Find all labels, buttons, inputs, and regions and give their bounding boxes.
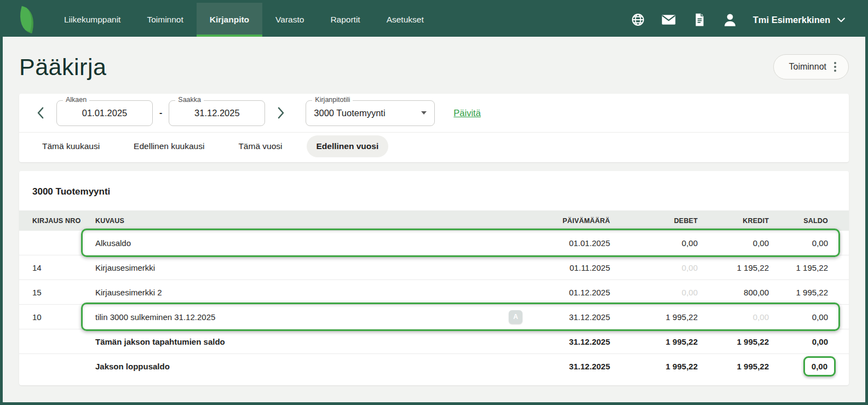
actions-button[interactable]: Toiminnot bbox=[773, 54, 849, 79]
cell-debit: 0,00 bbox=[610, 238, 698, 248]
cell-balance: 0,00 bbox=[769, 337, 828, 346]
col-credit: KREDIT bbox=[698, 217, 769, 225]
description-text: Alkusaldo bbox=[95, 238, 131, 248]
nav-item-raportit[interactable]: Raportit bbox=[317, 3, 373, 37]
next-period-button[interactable] bbox=[273, 105, 289, 121]
date-from-value: 01.01.2025 bbox=[82, 108, 128, 118]
table-body: Alkusaldo01.01.20250,000,000,0014Kirjaus… bbox=[19, 231, 849, 379]
cell-date: 01.12.2025 bbox=[528, 288, 610, 297]
actions-button-label: Toiminnot bbox=[789, 62, 826, 72]
date-from-label: Alkaen bbox=[63, 96, 89, 104]
cell-credit: 0,00 bbox=[698, 238, 769, 248]
cell-description: tilin 3000 sulkeminen 31.12.2025A bbox=[95, 310, 528, 324]
quick-filter-t-m-vuosi[interactable]: Tämä vuosi bbox=[228, 135, 292, 157]
table-row: Alkusaldo01.01.20250,000,000,00 bbox=[19, 231, 849, 255]
col-date: PÄIVÄMÄÄRÄ bbox=[528, 217, 610, 225]
cell-debit: 0,00 bbox=[610, 263, 698, 272]
balance-value: 0,00 bbox=[812, 337, 828, 346]
table-row[interactable]: 10tilin 3000 sulkeminen 31.12.2025A31.12… bbox=[19, 305, 849, 329]
cell-debit: 1 995,22 bbox=[610, 312, 698, 322]
cell-balance: 0,00 bbox=[769, 312, 828, 322]
cell-date: 31.12.2025 bbox=[528, 337, 610, 346]
previous-period-button[interactable] bbox=[32, 105, 49, 121]
date-to-value: 31.12.2025 bbox=[194, 108, 240, 118]
leaf-icon bbox=[16, 6, 38, 33]
account-select[interactable]: Kirjanpitotili 3000 Tuotemyynti bbox=[306, 100, 435, 126]
cell-date: 31.12.2025 bbox=[528, 362, 610, 371]
cell-debit: 1 995,22 bbox=[610, 362, 698, 371]
cell-description: Kirjausesimerkki bbox=[95, 263, 528, 272]
ledger-account-title: 3000 Tuotemyynti bbox=[19, 171, 849, 210]
cell-date: 01.01.2025 bbox=[528, 238, 610, 248]
nav-item-varasto[interactable]: Varasto bbox=[262, 3, 317, 37]
col-entry-number: KIRJAUS NRO bbox=[32, 217, 95, 225]
cell-description: Alkusaldo bbox=[95, 238, 528, 248]
nav-item-asetukset[interactable]: Asetukset bbox=[373, 3, 437, 37]
cell-balance: 0,00 bbox=[769, 238, 828, 248]
account-menu[interactable]: Tmi Esimerkkinen bbox=[753, 14, 847, 25]
balance-value: 1 995,22 bbox=[796, 288, 828, 297]
quick-filter-edellinen-vuosi[interactable]: Edellinen vuosi bbox=[307, 135, 389, 157]
table-row[interactable]: 14Kirjausesimerkki01.11.20250,001 195,22… bbox=[19, 255, 849, 280]
app-window: LiikekumppanitToiminnotKirjanpitoVarasto… bbox=[0, 0, 868, 405]
table-row: Jakson loppusaldo31.12.20251 995,221 995… bbox=[19, 354, 849, 379]
page-header: Pääkirja Toiminnot bbox=[19, 51, 849, 83]
app-logo[interactable] bbox=[3, 3, 51, 37]
cell-entry-number: 14 bbox=[32, 263, 95, 272]
date-from-field[interactable]: Alkaen 01.01.2025 bbox=[56, 100, 153, 126]
cell-date: 01.11.2025 bbox=[528, 263, 610, 272]
document-icon[interactable] bbox=[692, 12, 707, 27]
cell-credit: 0,00 bbox=[698, 312, 769, 322]
balance-value: 0,00 bbox=[812, 238, 828, 248]
update-link[interactable]: Päivitä bbox=[453, 108, 481, 118]
account-select-label: Kirjanpitotili bbox=[312, 96, 353, 104]
nav-item-kirjanpito[interactable]: Kirjanpito bbox=[197, 3, 262, 37]
quick-filter-t-m-kuukausi[interactable]: Tämä kuukausi bbox=[32, 135, 110, 157]
user-icon[interactable] bbox=[722, 12, 738, 27]
table-row: Tämän jakson tapahtumien saldo31.12.2025… bbox=[19, 329, 849, 354]
cell-balance: 1 995,22 bbox=[769, 288, 828, 297]
filter-panel: Alkaen 01.01.2025 - Saakka 31.12.2025 Ki… bbox=[19, 94, 849, 162]
cell-date: 31.12.2025 bbox=[528, 312, 610, 322]
kebab-menu-icon bbox=[834, 62, 836, 72]
description-text: Kirjausesimerkki 2 bbox=[95, 288, 162, 297]
description-text: Kirjausesimerkki bbox=[95, 263, 155, 272]
main-menu: LiikekumppanitToiminnotKirjanpitoVarasto… bbox=[51, 3, 437, 37]
globe-icon[interactable] bbox=[630, 12, 646, 27]
description-text: tilin 3000 sulkeminen 31.12.2025 bbox=[95, 312, 215, 322]
col-debit: DEBET bbox=[610, 217, 698, 225]
cell-description: Jakson loppusaldo bbox=[95, 362, 528, 371]
cell-description: Tämän jakson tapahtumien saldo bbox=[95, 337, 528, 346]
date-range-separator: - bbox=[159, 108, 162, 118]
date-filter-row: Alkaen 01.01.2025 - Saakka 31.12.2025 Ki… bbox=[19, 94, 849, 132]
nav-item-toiminnot[interactable]: Toiminnot bbox=[134, 3, 196, 37]
description-text: Jakson loppusaldo bbox=[95, 362, 170, 371]
balance-highlight-annotation: 0,00 bbox=[803, 356, 836, 377]
cell-credit: 1 195,22 bbox=[698, 263, 769, 272]
caret-down-icon bbox=[421, 111, 427, 115]
col-description: KUVAUS bbox=[95, 217, 528, 225]
col-balance: SALDO bbox=[769, 217, 828, 225]
table-row[interactable]: 15Kirjausesimerkki 201.12.20250,00800,00… bbox=[19, 280, 849, 305]
cell-debit: 0,00 bbox=[610, 288, 698, 297]
balance-value: 0,00 bbox=[812, 362, 827, 371]
cell-entry-number: 15 bbox=[32, 288, 95, 297]
chevron-down-icon bbox=[836, 14, 847, 25]
account-name: Tmi Esimerkkinen bbox=[753, 15, 830, 25]
cell-credit: 1 995,22 bbox=[698, 362, 769, 371]
cell-credit: 800,00 bbox=[698, 288, 769, 297]
nav-item-liikekumppanit[interactable]: Liikekumppanit bbox=[51, 3, 134, 37]
date-to-label: Saakka bbox=[175, 96, 204, 104]
cell-debit: 1 995,22 bbox=[610, 337, 698, 346]
date-to-field[interactable]: Saakka 31.12.2025 bbox=[169, 100, 265, 126]
mail-icon[interactable] bbox=[661, 12, 676, 27]
cell-balance: 1 195,22 bbox=[769, 263, 828, 272]
cell-credit: 1 995,22 bbox=[698, 337, 769, 346]
nav-utilities: Tmi Esimerkkinen bbox=[630, 3, 865, 37]
balance-value: 0,00 bbox=[812, 312, 828, 322]
quick-filter-edellinen-kuukausi[interactable]: Edellinen kuukausi bbox=[124, 135, 214, 157]
page-title: Pääkirja bbox=[19, 54, 106, 81]
cell-description: Kirjausesimerkki 2 bbox=[95, 288, 528, 297]
account-select-value: 3000 Tuotemyynti bbox=[314, 108, 385, 118]
ledger-panel: 3000 Tuotemyynti KIRJAUS NROKUVAUSPÄIVÄM… bbox=[19, 171, 849, 385]
